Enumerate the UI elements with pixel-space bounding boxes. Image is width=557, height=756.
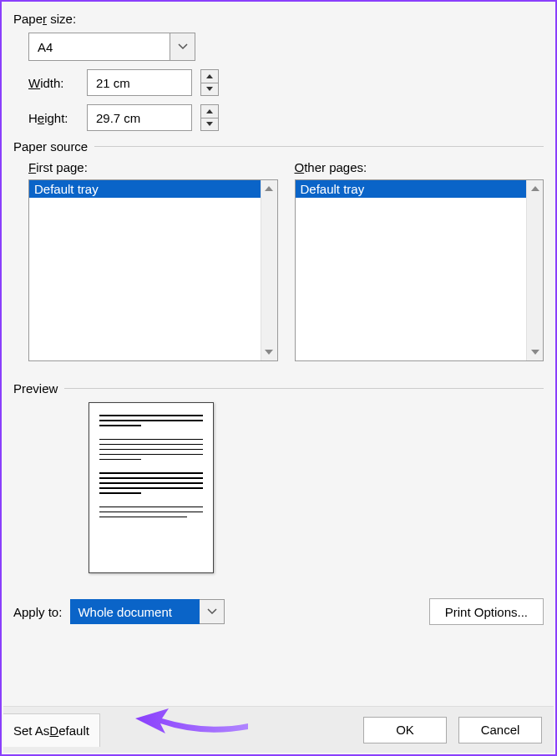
- paper-source-section: Paper source: [13, 139, 544, 154]
- preview-thumbnail: [89, 402, 214, 573]
- width-spin-up[interactable]: [200, 69, 219, 83]
- scroll-down-icon[interactable]: [261, 344, 277, 360]
- paper-size-value[interactable]: A4: [28, 33, 170, 61]
- apply-to-label: Apply to:: [13, 605, 62, 619]
- first-page-listbox[interactable]: Default tray: [28, 179, 278, 361]
- scrollbar[interactable]: [261, 180, 277, 360]
- first-page-label: First page:: [28, 160, 278, 174]
- height-input[interactable]: 29.7 cm: [87, 104, 192, 131]
- height-label: Height:: [28, 111, 78, 125]
- set-as-default-button[interactable]: Set As Default: [3, 713, 100, 747]
- preview-section: Preview: [13, 381, 544, 396]
- apply-to-combo[interactable]: Whole document: [70, 599, 225, 624]
- preview-label: Preview: [13, 381, 58, 396]
- apply-to-value[interactable]: Whole document: [70, 599, 200, 624]
- dialog-button-bar: Set As Default OK Cancel: [3, 706, 554, 753]
- cancel-button[interactable]: Cancel: [458, 717, 542, 743]
- ok-button[interactable]: OK: [363, 717, 447, 743]
- paper-size-combo[interactable]: A4: [28, 33, 195, 61]
- scroll-up-icon[interactable]: [527, 180, 543, 197]
- page-setup-dialog: Paper size: A4 Width: 21 cm Height: 29.7…: [0, 0, 557, 756]
- list-item[interactable]: Default tray: [296, 180, 527, 198]
- other-pages-label: Other pages:: [295, 160, 544, 174]
- list-item[interactable]: Default tray: [29, 180, 261, 198]
- width-spin-down[interactable]: [200, 83, 219, 97]
- paper-size-label: Paper size:: [13, 12, 544, 26]
- paper-size-dropdown-button[interactable]: [170, 33, 195, 61]
- other-pages-listbox[interactable]: Default tray: [295, 179, 544, 361]
- apply-to-dropdown-button[interactable]: [200, 599, 225, 624]
- print-options-button[interactable]: Print Options...: [429, 598, 544, 625]
- height-spin-up[interactable]: [200, 104, 219, 118]
- width-input[interactable]: 21 cm: [87, 69, 192, 96]
- scrollbar[interactable]: [526, 180, 543, 360]
- scroll-down-icon[interactable]: [527, 344, 543, 360]
- scroll-up-icon[interactable]: [261, 180, 277, 197]
- height-spin-down[interactable]: [200, 118, 219, 132]
- paper-source-label: Paper source: [13, 139, 88, 154]
- width-label: Width:: [28, 76, 78, 90]
